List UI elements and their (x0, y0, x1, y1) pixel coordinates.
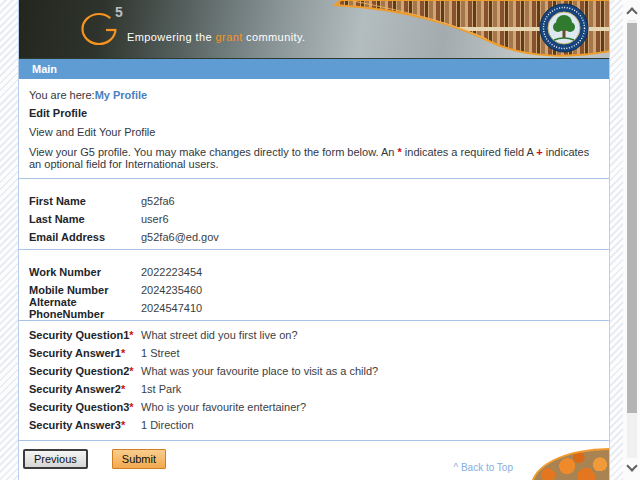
header-art (19, 0, 609, 58)
breadcrumb-prefix: You are here: (29, 89, 95, 101)
field-row-security-question2: Security Question2* What was your favour… (19, 362, 609, 380)
field-label: First Name (19, 195, 141, 207)
required-symbol: * (121, 383, 125, 395)
field-value: Who is your favourite entertainer? (141, 401, 306, 413)
classroom-chairs-decoration (531, 448, 609, 480)
field-row-work-number: Work Number 2022223454 (19, 263, 609, 281)
field-label: Security Question3* (19, 401, 141, 413)
profile-name-section: First Name g52fa6 Last Name user6 Email … (19, 178, 609, 249)
field-label: Work Number (19, 266, 141, 278)
field-value: What street did you first live on? (141, 329, 298, 341)
field-row-security-answer1: Security Answer1* 1 Street (19, 344, 609, 362)
required-symbol: * (129, 365, 133, 377)
scrollbar-thumb[interactable] (627, 23, 637, 413)
field-label: Email Address (19, 231, 141, 243)
field-value: 1 Street (141, 347, 180, 359)
header-banner: 5 Empowering the grant community. (19, 0, 609, 58)
page-subtitle: View and Edit Your Profile (29, 126, 599, 138)
field-row-email: Email Address g52fa6@ed.gov (19, 228, 609, 246)
nav-title: Main (32, 63, 57, 75)
chevron-down-icon[interactable] (626, 460, 637, 471)
required-symbol: * (129, 401, 133, 413)
breadcrumb: You are here:My Profile (29, 89, 599, 101)
intro-block: You are here:My Profile Edit Profile Vie… (19, 79, 609, 178)
field-value: g52fa6@ed.gov (141, 231, 219, 243)
field-row-last-name: Last Name user6 (19, 210, 609, 228)
field-value: 1st Park (141, 383, 181, 395)
g5-logo-five: 5 (115, 4, 124, 20)
field-row-alternate-phone: Alternate PhoneNumber 2024547410 (19, 299, 609, 317)
field-label: Security Question2* (19, 365, 141, 377)
chevron-up-icon[interactable] (626, 7, 637, 18)
field-label: Last Name (19, 213, 141, 225)
back-to-top-link[interactable]: ^ Back to Top (453, 462, 513, 473)
field-value: What was your favourite place to visit a… (141, 365, 378, 377)
field-label: Security Answer1* (19, 347, 141, 359)
field-value: user6 (141, 213, 169, 225)
field-value: g52fa6 (141, 195, 175, 207)
page-title: Edit Profile (29, 107, 599, 119)
nav-bar: Main (19, 58, 609, 79)
caret-up-icon: ^ (453, 462, 458, 473)
required-symbol: * (129, 329, 133, 341)
vertical-scrollbar[interactable] (623, 0, 640, 480)
field-row-security-question1: Security Question1* What street did you … (19, 326, 609, 344)
field-label: Mobile Number (19, 284, 141, 296)
field-label: Security Answer2* (19, 383, 141, 395)
profile-phone-section: Work Number 2022223454 Mobile Number 202… (19, 249, 609, 320)
field-value: 2022223454 (141, 266, 202, 278)
field-label: Security Question1* (19, 329, 141, 341)
header-tagline: Empowering the grant community. (127, 31, 306, 43)
security-section: Security Question1* What street did you … (19, 320, 609, 440)
field-row-security-answer2: Security Answer2* 1st Park (19, 380, 609, 398)
department-of-education-seal (540, 4, 588, 52)
field-value: 2024235460 (141, 284, 202, 296)
main-content-panel: 5 Empowering the grant community. Main Y… (18, 0, 610, 480)
field-row-first-name: First Name g52fa6 (19, 192, 609, 210)
required-symbol: * (121, 347, 125, 359)
breadcrumb-link-my-profile[interactable]: My Profile (95, 89, 148, 101)
footer: ^ Back to Top (19, 424, 609, 480)
field-value: 2024547410 (141, 302, 202, 314)
field-label: Alternate PhoneNumber (19, 296, 141, 320)
instruction-text: View your G5 profile. You may make chang… (29, 146, 599, 170)
field-row-security-question3: Security Question3* Who is your favourit… (19, 398, 609, 416)
